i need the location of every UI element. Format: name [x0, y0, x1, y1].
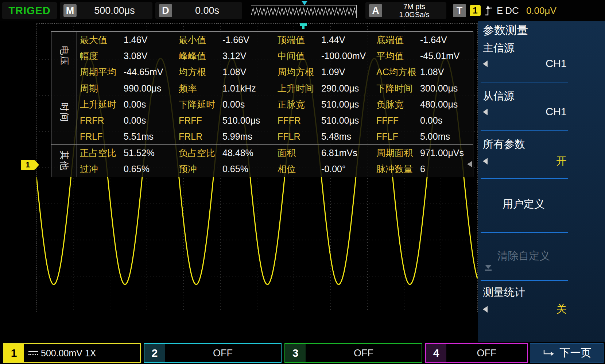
measurement-value: -0.00°	[321, 164, 346, 174]
channel-3-state: OFF	[306, 348, 422, 359]
measurement-cell: 预冲0.65%	[176, 163, 275, 175]
measurement-value: 0.00s	[420, 115, 442, 126]
dc-coupling-icon	[28, 351, 38, 356]
sidebar-value-measure-stats: 关	[556, 302, 567, 317]
measurement-label: 下降时间	[376, 82, 417, 94]
channel1-marker-label: 1	[26, 160, 30, 170]
measurement-value: 6.81mVs	[321, 148, 357, 158]
oscilloscope-screen: TRIGED M 500.00μs D 0.00s A 7M pts 1.0GS…	[0, 0, 605, 364]
sidebar-item-from-source[interactable]: 从信源	[483, 89, 515, 104]
measurement-cell: FFLF5.00ms	[373, 131, 472, 142]
measurement-label: FRLR	[179, 131, 220, 142]
acquire-points: 7M pts	[386, 3, 443, 11]
measurement-cell: 周均方根1.09V	[275, 66, 373, 78]
measurement-label: FFLF	[376, 131, 417, 142]
sidebar-item-user-define[interactable]: 用户定义	[478, 197, 570, 212]
measurement-label: 正占空比	[80, 147, 121, 159]
channel-4-state: OFF	[446, 348, 527, 359]
waveform-preview-strip[interactable]	[251, 5, 357, 18]
rising-edge-icon	[484, 4, 493, 17]
channel-4-box[interactable]: 4OFF	[425, 343, 528, 363]
trigger-position-pointer-icon[interactable]	[302, 1, 307, 5]
trigger-segment[interactable]: T 1 E DC 0.00μV	[449, 2, 573, 19]
sidebar-item-all-params[interactable]: 所有参数	[483, 137, 525, 152]
measurement-value: 0.65%	[124, 164, 150, 174]
download-arrow-icon	[484, 265, 492, 271]
trigger-position-marker[interactable]	[300, 23, 307, 26]
measurement-cell: FRLR5.99ms	[176, 131, 275, 142]
measurement-cell: 面积6.81mVs	[275, 147, 373, 159]
measurement-value: 300.00μs	[420, 83, 458, 94]
measurement-cell: 上升时间290.00μs	[275, 82, 373, 94]
channel-1-box[interactable]: 1500.00mV 1X	[3, 343, 141, 363]
trigger-coupling: DC	[505, 5, 519, 16]
menu-collapse-arrow-icon[interactable]	[467, 161, 472, 167]
measurement-label: 下降延时	[179, 98, 220, 111]
measurement-label: 顶端值	[278, 34, 318, 46]
measurement-row: 正占空比51.52%负占空比48.48%面积6.81mVs周期面积971.00μ…	[77, 145, 473, 161]
measurement-value: 3.08V	[124, 51, 147, 61]
trigger-type: E	[497, 5, 503, 16]
delay-value: 0.00s	[176, 5, 238, 16]
measurement-label: FRFF	[179, 115, 220, 126]
measurement-cell: FRLF5.51ms	[77, 131, 176, 142]
measurement-label: 预冲	[179, 163, 220, 175]
menu-separator	[481, 178, 568, 179]
sidebar-item-measure-stats[interactable]: 测量统计	[483, 285, 525, 300]
measurement-value: -1.66V	[222, 35, 249, 45]
measurement-label: 周期面积	[376, 147, 417, 159]
measurement-section: 其他正占空比51.52%负占空比48.48%面积6.81mVs周期面积971.0…	[51, 145, 473, 177]
next-page-label: 下一页	[560, 346, 592, 360]
measurement-row: FRFR0.00sFRFF510.00μsFFFR510.00μsFFFF0.0…	[77, 112, 473, 128]
measurement-section: 电压最大值1.46V最小值-1.66V顶端值1.44V底端值-1.64V幅度3.…	[51, 32, 473, 80]
left-arrow-icon	[483, 61, 488, 67]
sidebar-value-main-source: CH1	[546, 58, 567, 70]
measurement-label: 最小值	[179, 34, 220, 46]
measurement-value: -1.64V	[420, 35, 447, 45]
measurement-row: FRLF5.51msFRLR5.99msFFLR5.48msFFLF5.00ms	[77, 128, 473, 144]
measurement-group-label: 电压	[58, 46, 70, 66]
sidebar-selector-measure-stats[interactable]: 关	[483, 302, 567, 317]
measurement-label: FFFF	[376, 115, 417, 126]
timebase-segment[interactable]: M 500.00μs	[60, 2, 152, 19]
measurement-value: 48.48%	[222, 148, 253, 158]
delay-segment[interactable]: D 0.00s	[155, 2, 242, 19]
menu-separator	[481, 130, 568, 131]
trigger-source-badge: 1	[470, 5, 481, 16]
sidebar-selector-main-source[interactable]: CH1	[483, 58, 567, 70]
menu-title: 参数测量	[483, 23, 528, 38]
acquire-a-icon: A	[369, 4, 382, 17]
channel-3-box[interactable]: 3OFF	[284, 343, 422, 363]
measurement-value: 0.65%	[222, 164, 248, 174]
measurement-row: 周期990.00μs频率1.01kHz上升时间290.00μs下降时间300.0…	[77, 80, 473, 96]
measurement-cell: 底端值-1.64V	[373, 34, 472, 46]
sidebar-selector-all-params[interactable]: 开	[483, 154, 567, 169]
measurement-value: 5.00ms	[420, 131, 450, 142]
sidebar-item-main-source[interactable]: 主信源	[483, 41, 515, 55]
sidebar-value-from-source: CH1	[546, 106, 567, 118]
horizontal-preview[interactable]	[245, 2, 362, 19]
measurement-cell: FRFR0.00s	[77, 115, 176, 126]
menu-separator	[481, 232, 568, 233]
measurement-cell: FFFR510.00μs	[275, 115, 373, 126]
measurement-label: 均方根	[179, 66, 220, 78]
measurement-label: 中间值	[278, 50, 318, 62]
trigger-status: TRIGED	[8, 5, 51, 17]
measurement-value: 0.00s	[222, 99, 245, 110]
measurement-value: 1.08V	[222, 67, 246, 77]
measurement-value: 5.48ms	[321, 131, 351, 142]
sidebar-selector-from-source[interactable]: CH1	[483, 106, 567, 118]
measurement-value: 0.00s	[124, 115, 146, 126]
measurement-cell: 最小值-1.66V	[176, 34, 275, 46]
channel-2-box[interactable]: 2OFF	[144, 343, 282, 363]
channel1-position-marker[interactable]: 1	[21, 160, 35, 170]
measurement-value: 3.12V	[222, 51, 246, 61]
measurement-cell: 幅度3.08V	[77, 50, 176, 62]
acquire-segment[interactable]: A 7M pts 1.0GSa/s	[365, 2, 446, 19]
measurement-label: FRLF	[80, 131, 121, 142]
next-page-button[interactable]: 下一页	[530, 343, 604, 363]
trigger-status-segment: TRIGED	[2, 2, 57, 19]
menu-separator	[481, 82, 568, 82]
measurement-group: 其他	[51, 145, 77, 177]
measurement-cell: 最大值1.46V	[77, 34, 176, 46]
